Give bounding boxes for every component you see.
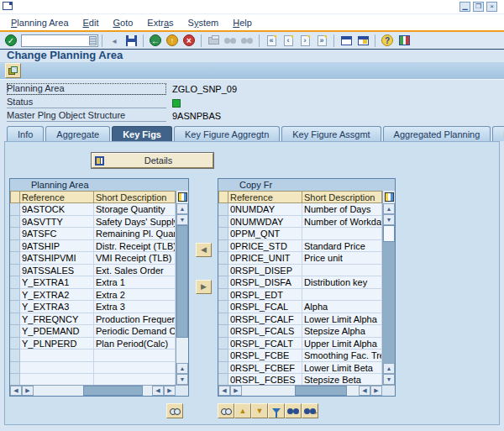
description-cell[interactable]: Lower Limit Beta xyxy=(302,362,382,375)
table-row[interactable]: 0PRICE_UNITPrice unit xyxy=(218,252,382,265)
scroll-left-button[interactable]: ◀ xyxy=(10,386,22,396)
table-row[interactable]: Y_FREQNCYProduction Frequency xyxy=(10,313,176,326)
description-cell[interactable]: Smoothing Fac. Trend xyxy=(302,350,382,362)
last-page-icon[interactable]: » xyxy=(314,34,329,48)
table-settings-button[interactable] xyxy=(383,191,395,203)
scroll-right-button[interactable]: ▶ xyxy=(164,386,176,396)
reference-cell[interactable]: 9ATSSALES xyxy=(20,265,94,277)
row-selector[interactable] xyxy=(218,362,228,375)
table-row[interactable]: 0RSPL_FCALSStepsize Alpha xyxy=(218,325,382,338)
scrollbar-thumb[interactable] xyxy=(383,225,395,242)
row-selector[interactable] xyxy=(10,362,20,375)
table-row[interactable]: Y_PDEMANDPeriodic Demand Calc xyxy=(10,325,176,338)
row-selector[interactable] xyxy=(10,216,20,229)
table-row[interactable]: 9ATSHIPVMIVMI Receipt (TLB) xyxy=(10,252,176,265)
scrollbar-track[interactable] xyxy=(176,225,188,363)
table-row[interactable]: 0NUMWDAYNumber of Workdays xyxy=(218,216,382,229)
table-row[interactable]: 0RSPL_DISEP xyxy=(218,265,382,277)
menu-goto[interactable]: Goto xyxy=(113,18,133,28)
reference-cell[interactable]: Y_PLNPERD xyxy=(20,338,94,350)
scroll-down-button[interactable]: ▼ xyxy=(176,374,188,385)
row-selector[interactable] xyxy=(218,252,228,265)
find-next-icon[interactable] xyxy=(239,34,255,48)
table-row[interactable]: 0PPM_QNT xyxy=(218,228,382,240)
scroll-up-button[interactable]: ▲ xyxy=(383,363,395,374)
display-change-button[interactable] xyxy=(5,63,21,78)
table-row[interactable]: 9ATSHIPDistr. Receipt (TLB) xyxy=(10,240,176,253)
reference-cell[interactable]: 0PPM_QNT xyxy=(228,228,302,240)
row-selector[interactable] xyxy=(10,350,20,362)
column-header-short-description[interactable]: Short Description xyxy=(94,191,176,203)
table-row[interactable]: 9ATSSALESExt. Sales Order xyxy=(10,265,176,277)
reference-cell[interactable]: 9ATSFC xyxy=(20,228,94,240)
horizontal-scrollbar[interactable]: ◀ ▶ ◀ ▶ xyxy=(10,385,188,396)
find-icon[interactable] xyxy=(223,34,238,48)
cancel-icon[interactable]: × xyxy=(181,34,197,48)
row-selector[interactable] xyxy=(218,240,228,253)
find-button[interactable] xyxy=(285,403,302,418)
table-row[interactable]: 0RSPL_FCBESmoothing Fac. Trend xyxy=(218,350,382,362)
row-selector[interactable] xyxy=(218,228,228,240)
reference-cell[interactable]: 0NUMWDAY xyxy=(228,216,302,229)
collapse-icon[interactable]: ◂ xyxy=(107,34,122,48)
table-settings-button[interactable] xyxy=(176,191,188,203)
maximize-button[interactable]: ❒ xyxy=(473,2,484,12)
transfer-right-button[interactable]: ▶ xyxy=(196,280,212,294)
description-cell[interactable]: Storage Quantity xyxy=(94,203,176,216)
row-selector[interactable] xyxy=(218,216,228,229)
tab-aggregate[interactable]: Aggregate xyxy=(45,126,110,141)
scrollbar-thumb[interactable] xyxy=(295,386,348,396)
save-icon[interactable] xyxy=(123,34,139,48)
tab-locking-logic[interactable]: Locking Logic xyxy=(492,126,504,141)
table-row[interactable]: 0RSPL_DISFADistribution key xyxy=(218,276,382,289)
row-selector[interactable] xyxy=(10,276,20,289)
table-row[interactable]: 0RSPL_FCALFLower Limit Alpha xyxy=(218,313,382,326)
column-header-reference[interactable]: Reference xyxy=(228,191,302,203)
description-cell[interactable]: Alpha xyxy=(302,301,382,313)
description-cell[interactable]: Ext. Sales Order xyxy=(94,265,176,277)
description-cell[interactable] xyxy=(302,265,382,277)
reference-cell[interactable]: 0PRICE_STD xyxy=(228,240,302,253)
column-header-short-description[interactable]: Short Description xyxy=(302,191,382,203)
reference-cell[interactable] xyxy=(20,362,94,375)
row-selector[interactable] xyxy=(218,203,228,216)
vertical-scrollbar[interactable]: ▲ ▼ ▲ ▼ xyxy=(176,191,188,385)
tab-key-figure-aggregtn[interactable]: Key Figure Aggregtn xyxy=(174,126,280,141)
command-history-icon[interactable] xyxy=(89,36,97,45)
description-cell[interactable] xyxy=(302,289,382,302)
table-row[interactable]: 0RSPL_EDT xyxy=(218,289,382,302)
row-selector[interactable] xyxy=(10,265,20,277)
reference-cell[interactable]: 0RSPL_FCBE xyxy=(228,350,302,362)
transfer-left-button[interactable]: ◀ xyxy=(196,243,212,257)
select-all-cell[interactable] xyxy=(10,191,20,203)
row-selector[interactable] xyxy=(10,252,20,265)
row-selector[interactable] xyxy=(218,325,228,338)
scroll-right-button[interactable]: ▶ xyxy=(230,386,242,396)
row-selector[interactable] xyxy=(10,313,20,326)
description-cell[interactable]: Extra 2 xyxy=(94,289,176,302)
display-entry-button[interactable] xyxy=(218,403,234,418)
scroll-up-button[interactable]: ▲ xyxy=(176,363,188,374)
command-field[interactable] xyxy=(21,34,98,47)
customize-layout-icon[interactable] xyxy=(396,34,412,48)
description-cell[interactable]: Extra 1 xyxy=(94,276,176,289)
description-cell[interactable]: Upper Limit Alpha xyxy=(302,338,382,350)
scrollbar-track[interactable] xyxy=(383,225,395,363)
row-selector[interactable] xyxy=(218,338,228,350)
description-cell[interactable]: Safety Days' Supply xyxy=(94,216,176,229)
reference-cell[interactable]: 9ASVTTY xyxy=(20,216,94,229)
reference-cell[interactable]: 9ASTOCK xyxy=(20,203,94,216)
sort-ascending-button[interactable]: ▲ xyxy=(234,403,251,418)
description-cell[interactable]: Remaining Pl. Quanti xyxy=(94,228,176,240)
reference-cell[interactable]: 9ATSHIPVMI xyxy=(20,252,94,265)
sort-descending-button[interactable]: ▼ xyxy=(251,403,268,418)
tab-aggregated-planning[interactable]: Aggregated Planning xyxy=(383,126,491,141)
exit-icon[interactable]: ↑ xyxy=(165,34,180,48)
table-row[interactable]: 0PRICE_STDStandard Price xyxy=(218,240,382,253)
row-selector[interactable] xyxy=(10,203,20,216)
reference-cell[interactable]: Y_PDEMAND xyxy=(20,325,94,338)
enter-button[interactable]: ✓ xyxy=(3,34,18,48)
description-cell[interactable]: Distribution key xyxy=(302,276,382,289)
table-row[interactable]: Y_PLNPERDPlan Period(Calc) xyxy=(10,338,176,350)
menu-planning-area[interactable]: Planning Area xyxy=(11,18,69,28)
